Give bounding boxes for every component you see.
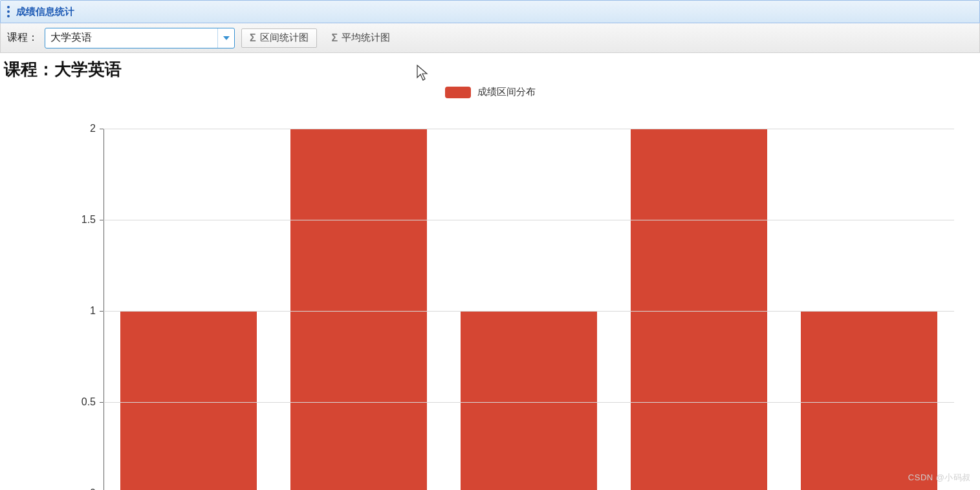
average-chart-button[interactable]: Σ 平均统计图 [323, 28, 399, 48]
watermark: CSDN @小码叔 [908, 472, 971, 484]
course-label: 课程： [7, 31, 38, 45]
chart-area: 成绩区间分布 00.511.52 [0, 83, 980, 490]
chart-bar[interactable] [801, 311, 937, 490]
bar-slot [444, 129, 614, 490]
interval-chart-button[interactable]: Σ 区间统计图 [241, 28, 317, 48]
y-tick-label: 2 [90, 123, 103, 134]
chart-bar[interactable] [290, 129, 426, 490]
grid-line [103, 129, 954, 129]
y-tick-label: 1 [90, 305, 103, 317]
chart-bar[interactable] [631, 129, 767, 490]
chart-legend: 成绩区间分布 [445, 86, 536, 98]
course-select[interactable] [45, 28, 235, 48]
chart-plot: 00.511.52 [103, 129, 954, 490]
drag-handle-icon[interactable] [6, 6, 11, 17]
legend-swatch [445, 87, 471, 98]
toolbar: 课程： Σ 区间统计图 Σ 平均统计图 [0, 23, 980, 53]
grid-line [103, 220, 954, 220]
bar-slot [614, 129, 784, 490]
chart-bars [103, 129, 954, 490]
course-select-input[interactable] [45, 28, 217, 48]
y-tick-label: 1.5 [82, 214, 103, 226]
chart-subtitle: 课程：大学英语 [0, 53, 980, 81]
panel-header: 成绩信息统计 [0, 0, 980, 23]
chevron-down-icon [223, 36, 230, 40]
sigma-icon: Σ [250, 32, 256, 44]
panel-title: 成绩信息统计 [16, 6, 74, 18]
sigma-icon: Σ [332, 32, 338, 44]
y-tick-label: 0.5 [82, 396, 103, 408]
course-select-trigger[interactable] [217, 28, 234, 48]
chart-bar[interactable] [120, 311, 256, 490]
legend-label: 成绩区间分布 [477, 86, 536, 98]
grid-line [103, 311, 954, 312]
bar-slot [784, 129, 954, 490]
y-tick-label: 0 [90, 487, 103, 490]
bar-slot [103, 129, 274, 490]
bar-slot [274, 129, 444, 490]
average-chart-button-label: 平均统计图 [342, 32, 390, 44]
grid-line [103, 402, 954, 403]
chart-bar[interactable] [461, 311, 596, 490]
interval-chart-button-label: 区间统计图 [260, 32, 309, 44]
